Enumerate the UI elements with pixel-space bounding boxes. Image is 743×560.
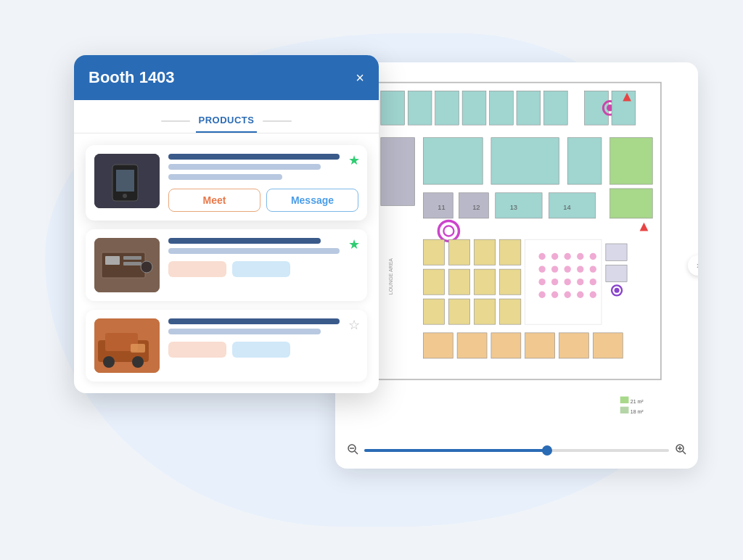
tab-products[interactable]: PRODUCTS: [196, 109, 258, 133]
svg-rect-8: [585, 91, 609, 125]
product-actions-1: Meet Message: [168, 189, 358, 212]
star-button-1[interactable]: ★: [348, 152, 360, 168]
svg-text:11: 11: [438, 204, 445, 211]
svg-line-88: [683, 451, 686, 454]
booth-title: Booth 1403: [89, 68, 175, 87]
product-btn-placeholder-2b: [232, 261, 290, 277]
svg-rect-38: [475, 299, 496, 324]
svg-rect-12: [610, 138, 653, 184]
booth-popup-card: Booth 1403 × PRODUCTS: [74, 55, 379, 393]
product-info-2: [168, 238, 358, 292]
svg-point-46: [538, 265, 545, 272]
svg-text:13: 13: [510, 204, 517, 211]
booth-close-button[interactable]: ×: [356, 70, 364, 85]
svg-rect-36: [423, 299, 444, 324]
svg-rect-63: [457, 333, 487, 358]
svg-point-47: [551, 265, 558, 272]
svg-rect-30: [475, 239, 496, 265]
svg-rect-15: [423, 138, 483, 184]
product-image-1: [94, 154, 160, 208]
product-info-3: [168, 318, 358, 373]
svg-text:18 m²: 18 m²: [631, 409, 644, 413]
svg-point-60: [590, 292, 596, 298]
svg-point-50: [590, 265, 596, 272]
booth-header: Booth 1403 ×: [74, 55, 379, 100]
svg-rect-35: [500, 269, 521, 295]
svg-text:21 m²: 21 m²: [631, 399, 644, 404]
zoom-slider-track: [364, 449, 547, 452]
svg-point-41: [538, 253, 545, 260]
svg-rect-31: [500, 239, 521, 265]
product-line-title-3: [168, 318, 340, 324]
product-line-sub-1: [168, 174, 282, 180]
svg-point-100: [141, 261, 152, 273]
svg-rect-4: [462, 91, 486, 125]
product-card-2: ★: [86, 229, 367, 301]
svg-rect-13: [610, 189, 653, 218]
svg-point-45: [590, 253, 596, 260]
svg-text:LOUNGE AREA: LOUNGE AREA: [388, 258, 393, 295]
zoom-in-icon[interactable]: [675, 443, 686, 457]
product-card-3: ☆: [86, 310, 367, 382]
svg-point-55: [590, 279, 596, 285]
svg-rect-37: [448, 299, 469, 324]
product-image-3: [94, 318, 160, 373]
svg-rect-39: [500, 299, 521, 324]
svg-point-56: [538, 292, 545, 298]
product-btn-placeholder-3a: [168, 342, 226, 358]
svg-rect-65: [525, 333, 555, 358]
svg-point-57: [551, 292, 558, 298]
svg-point-51: [538, 279, 545, 285]
svg-rect-99: [123, 262, 141, 265]
zoom-slider[interactable]: [364, 449, 669, 452]
floor-map-inner: 11 12 13 14: [335, 62, 698, 469]
svg-point-104: [103, 356, 115, 368]
booth-products-list: Meet Message ★: [74, 133, 379, 393]
svg-point-19: [443, 226, 453, 236]
product-line-title-1: [168, 154, 340, 160]
svg-rect-69: [606, 265, 627, 281]
svg-rect-1: [381, 91, 405, 125]
product-image-2: [94, 238, 160, 292]
meet-button[interactable]: Meet: [168, 189, 260, 212]
svg-rect-67: [593, 333, 623, 358]
svg-point-59: [577, 292, 583, 298]
product-line-title-2: [168, 238, 321, 244]
svg-rect-16: [491, 138, 559, 184]
zoom-slider-thumb[interactable]: [542, 445, 552, 456]
product-info-1: Meet Message: [168, 154, 358, 212]
floor-map-card: 11 12 13 14: [335, 62, 698, 469]
svg-rect-11: [612, 91, 636, 125]
svg-rect-14: [381, 138, 415, 206]
svg-rect-97: [105, 256, 120, 265]
svg-rect-3: [435, 91, 459, 125]
message-button[interactable]: Message: [266, 189, 358, 212]
svg-rect-34: [475, 269, 496, 295]
svg-rect-32: [423, 269, 444, 295]
svg-rect-17: [567, 138, 602, 184]
product-btn-placeholder-3b: [232, 342, 290, 358]
svg-text:14: 14: [563, 204, 570, 211]
product-line-desc-3: [168, 329, 321, 334]
svg-rect-6: [517, 91, 541, 125]
star-button-2[interactable]: ★: [348, 236, 360, 252]
product-line-desc-2: [168, 248, 340, 254]
svg-rect-106: [131, 344, 145, 353]
zoom-out-icon[interactable]: [347, 443, 358, 457]
zoom-bar: [347, 443, 686, 457]
svg-point-44: [577, 253, 583, 260]
svg-point-43: [565, 253, 571, 260]
product-btn-placeholder-2a: [168, 261, 226, 277]
svg-rect-76: [620, 407, 629, 413]
svg-point-42: [551, 253, 558, 260]
star-button-3[interactable]: ☆: [348, 317, 360, 333]
svg-point-18: [438, 221, 459, 241]
booth-tabs: PRODUCTS: [74, 100, 379, 133]
svg-point-48: [565, 265, 571, 272]
svg-point-94: [123, 194, 127, 198]
svg-marker-73: [640, 223, 649, 231]
svg-rect-62: [423, 333, 453, 358]
svg-rect-93: [116, 170, 134, 192]
svg-rect-22: [496, 193, 542, 218]
svg-rect-74: [620, 397, 629, 403]
